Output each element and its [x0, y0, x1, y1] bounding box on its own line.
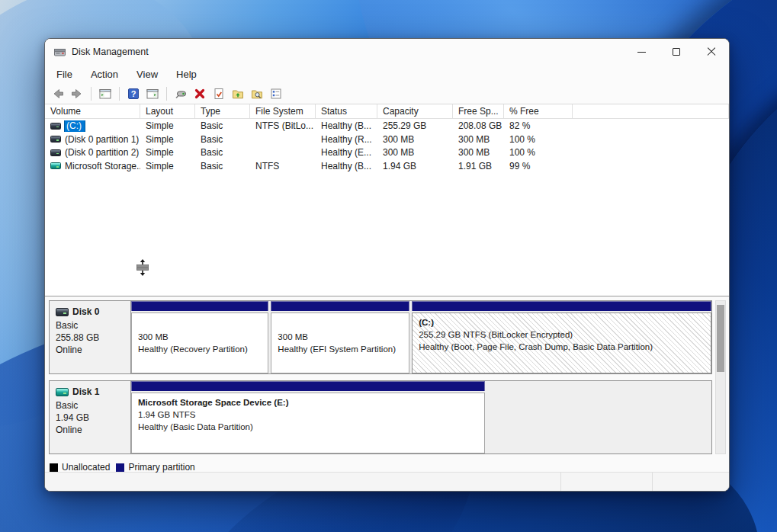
disk-1-partitions: Microsoft Storage Space Device (E:) 1.94…: [131, 381, 711, 453]
legend-primary-partition: Primary partition: [116, 462, 194, 473]
partition-efi[interactable]: 300 MB Healthy (EFI System Partition): [271, 301, 409, 373]
cell-layout: Simple: [140, 161, 195, 171]
back-icon[interactable]: [50, 85, 66, 102]
cell-status: Healthy (B...: [316, 161, 377, 171]
disk-management-app-icon: [53, 46, 66, 59]
volume-disk-icon: [50, 149, 61, 156]
partition-e[interactable]: Microsoft Storage Space Device (E:) 1.94…: [131, 381, 485, 453]
properties-list-icon[interactable]: [268, 85, 284, 102]
disk-name: Disk 0: [72, 306, 99, 318]
status-segment: [653, 473, 729, 491]
table-row[interactable]: Microsoft Storage... Simple Basic NTFS H…: [45, 159, 729, 172]
cell-type: Basic: [195, 161, 250, 171]
col-volume[interactable]: Volume: [45, 104, 140, 118]
cell-free-space: 1.91 GB: [453, 161, 504, 171]
cell-layout: Simple: [140, 134, 195, 145]
disk-name: Disk 1: [72, 386, 99, 398]
disk-kind: Basic: [56, 319, 127, 332]
graphical-view-pane: Disk 0 Basic 255.88 GB Online 300 MB Hea…: [45, 296, 729, 472]
volume-disk-icon: [50, 162, 61, 169]
partition-status: Healthy (EFI System Partition): [278, 343, 409, 355]
vertical-scrollbar[interactable]: [715, 300, 726, 454]
show-console-tree-icon[interactable]: [97, 85, 114, 102]
disk-0-partitions: 300 MB Healthy (Recovery Partition) 300 …: [131, 301, 711, 373]
col-type[interactable]: Type: [195, 104, 250, 118]
disk-icon: [56, 308, 69, 316]
menu-help[interactable]: Help: [168, 66, 205, 82]
cell-free-space: 300 MB: [453, 134, 504, 145]
partition-color-bar: [412, 301, 711, 311]
table-row[interactable]: (Disk 0 partition 2) Simple Basic Health…: [45, 146, 729, 159]
partition-color-bar: [271, 301, 409, 311]
partition-title: (C:): [419, 316, 711, 328]
partition-size: 300 MB: [278, 331, 409, 343]
close-button[interactable]: [694, 39, 729, 65]
split-resize-cursor-icon: [136, 259, 149, 276]
col-status[interactable]: Status: [316, 104, 377, 118]
volume-label: Microsoft Storage...: [65, 161, 140, 171]
status-segment: [45, 473, 561, 491]
partition-color-bar: [131, 381, 485, 391]
open-folder-up-icon[interactable]: [230, 85, 246, 102]
cell-capacity: 1.94 GB: [377, 161, 453, 171]
cell-type: Basic: [195, 147, 250, 158]
delete-volume-icon[interactable]: [191, 85, 208, 102]
disk-0-row: Disk 0 Basic 255.88 GB Online 300 MB Hea…: [49, 300, 712, 374]
cell-layout: Simple: [140, 147, 195, 158]
menu-action[interactable]: Action: [82, 66, 127, 82]
cell-free-space: 208.08 GB: [453, 120, 504, 131]
minimize-icon: [637, 52, 646, 53]
mark-partition-active-icon[interactable]: [210, 85, 227, 102]
col-capacity[interactable]: Capacity: [377, 104, 453, 118]
disk-1-info[interactable]: Disk 1 Basic 1.94 GB Online: [50, 381, 131, 453]
cell-capacity: 255.29 GB: [377, 120, 453, 131]
menu-file[interactable]: File: [48, 66, 81, 82]
unallocated-swatch: [50, 463, 58, 472]
menu-view[interactable]: View: [128, 66, 166, 82]
cell-type: Basic: [195, 120, 250, 131]
col-filler: [573, 104, 729, 118]
forward-icon[interactable]: [69, 85, 85, 102]
disk-0-info[interactable]: Disk 0 Basic 255.88 GB Online: [50, 301, 131, 373]
table-row[interactable]: (C:) Simple Basic NTFS (BitLo... Healthy…: [45, 120, 729, 133]
table-row[interactable]: (Disk 0 partition 1) Simple Basic Health…: [45, 133, 729, 146]
cell-pct-free: 99 %: [504, 161, 573, 171]
view-folder-icon[interactable]: [249, 85, 265, 102]
cell-type: Basic: [195, 134, 250, 145]
show-action-pane-icon[interactable]: [144, 85, 161, 102]
cell-layout: Simple: [140, 120, 195, 131]
maximize-button[interactable]: [659, 39, 694, 65]
partition-status: Healthy (Recovery Partition): [138, 343, 268, 355]
disk-kind: Basic: [56, 399, 127, 412]
legend-label: Primary partition: [128, 462, 194, 473]
cell-status: Healthy (R...: [316, 134, 377, 145]
cell-status: Healthy (E...: [316, 147, 377, 158]
legend: Unallocated Primary partition: [49, 460, 712, 474]
cell-file-system: NTFS (BitLo...: [250, 120, 316, 131]
disk-size: 1.94 GB: [56, 412, 127, 424]
col-pct-free[interactable]: % Free: [504, 104, 573, 118]
minimize-button[interactable]: [624, 39, 659, 65]
disk-1-row: Disk 1 Basic 1.94 GB Online Microsoft St…: [49, 380, 712, 454]
col-file-system[interactable]: File System: [250, 104, 316, 118]
empty-disk-area: [487, 381, 711, 453]
help-icon[interactable]: ?: [125, 85, 142, 102]
volume-disk-icon: [50, 123, 61, 130]
cell-pct-free: 82 %: [504, 120, 573, 131]
primary-partition-swatch: [116, 463, 124, 472]
titlebar[interactable]: Disk Management: [45, 39, 729, 65]
volume-label-selected: (C:): [65, 120, 85, 132]
partition-recovery[interactable]: 300 MB Healthy (Recovery Partition): [131, 301, 268, 373]
col-layout[interactable]: Layout: [140, 104, 195, 118]
col-free-space[interactable]: Free Sp...: [453, 104, 504, 118]
volume-disk-icon: [50, 136, 61, 143]
rescan-disks-icon[interactable]: [172, 85, 189, 102]
partition-size: 1.94 GB NTFS: [138, 409, 484, 421]
partition-c-selected[interactable]: (C:) 255.29 GB NTFS (BitLocker Encrypted…: [412, 301, 711, 373]
partition-size: 300 MB: [138, 331, 268, 343]
volume-label: (Disk 0 partition 1): [65, 134, 139, 145]
cell-capacity: 300 MB: [377, 134, 453, 145]
scrollbar-thumb[interactable]: [717, 305, 724, 372]
volume-label: (Disk 0 partition 2): [65, 147, 139, 158]
disk-icon: [56, 388, 69, 396]
